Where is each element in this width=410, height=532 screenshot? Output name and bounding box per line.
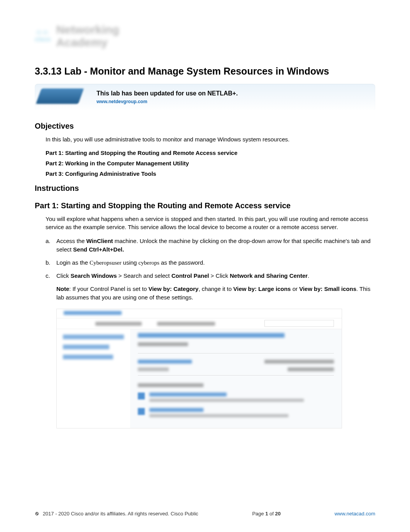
copyright-text: 2017 - 2020 Cisco and/or its affiliates.… (43, 511, 198, 517)
note-bold3: View by: Small icons (299, 286, 356, 292)
window-titlebar (57, 309, 342, 318)
step-b-user: Cyberopsuser (90, 260, 122, 266)
objectives-intro: In this lab, you will use administrative… (46, 135, 375, 144)
step-c-mid2: Click (216, 272, 230, 279)
step-a-letter: a. (46, 237, 51, 245)
page-total: 20 (275, 511, 280, 517)
network-icon (138, 393, 145, 399)
part1-intro: You will explore what happens when a ser… (46, 215, 375, 232)
part1-heading: Part 1: Starting and Stopping the Routin… (35, 201, 375, 210)
instructions-heading: Instructions (35, 184, 375, 193)
step-c-arrow1: > (117, 272, 124, 279)
step-c-bold1: Search Windows (71, 272, 117, 279)
note-block: Note: If your Control Panel is set to Vi… (56, 285, 375, 302)
step-b-letter: b. (46, 258, 51, 267)
step-a-bold2: Send Ctrl+Alt+Del. (73, 246, 124, 253)
step-b: b. Login as the Cyberopsuser using cyber… (46, 258, 375, 267)
troubleshoot-icon (138, 408, 145, 415)
step-b-pass: cyberops (139, 260, 159, 266)
cisco-mark-icon: ·ılı·ılı·cisco (35, 29, 51, 43)
note-pre: : If your Control Panel is set to (69, 286, 148, 292)
step-c-bold2: Control Panel (171, 272, 209, 279)
note-mid2: or (291, 286, 299, 292)
step-c: c. Click Search Windows > Search and sel… (46, 272, 375, 280)
note-label: Note (56, 286, 69, 292)
footer-copyright: 🛇 2017 - 2020 Cisco and/or its affiliate… (35, 511, 198, 517)
note-bold1: View by: Category (148, 286, 198, 292)
page-footer: 🛇 2017 - 2020 Cisco and/or its affiliate… (35, 511, 375, 517)
step-c-pre: Click (56, 272, 71, 279)
step-b-pre: Login as the (56, 259, 90, 266)
netlab-logo-icon (39, 88, 89, 106)
netlab-banner: This lab has been updated for use on NET… (35, 84, 375, 111)
copyright-icon: 🛇 (35, 512, 39, 516)
steps-list: a. Access the WinClient machine. Unlock … (46, 237, 375, 280)
step-c-post: . (308, 272, 309, 279)
main-content (130, 329, 342, 428)
page-of: of (268, 511, 275, 517)
brand-line1: Networking (56, 23, 119, 36)
window-toolbar (57, 318, 342, 329)
part2-label: Part 2: Working in the Computer Manageme… (46, 160, 375, 167)
step-c-mid1: Search and select (124, 272, 171, 279)
step-b-mid: using (121, 259, 138, 266)
page-label: Page (252, 511, 265, 517)
part3-label: Part 3: Configuring Administrative Tools (46, 170, 375, 177)
brand-line2: Academy (56, 36, 107, 49)
document-title: 3.3.13 Lab - Monitor and Manage System R… (35, 66, 375, 77)
step-b-post: as the password. (159, 259, 205, 266)
part1-label: Part 1: Starting and Stopping the Routin… (46, 150, 375, 156)
step-c-bold3: Network and Sharing Center (230, 272, 308, 279)
step-a: a. Access the WinClient machine. Unlock … (46, 237, 375, 254)
netlab-heading: This lab has been updated for use on NET… (97, 90, 368, 97)
objectives-heading: Objectives (35, 122, 375, 131)
step-c-letter: c. (46, 272, 50, 280)
control-panel-screenshot (56, 309, 342, 428)
brand-logo: ·ılı·ılı·cisco Networking Academy (35, 23, 158, 58)
page-number: Page 1 of 20 (252, 511, 281, 517)
note-bold2: View by: Large icons (233, 286, 291, 292)
search-box (264, 320, 334, 327)
step-a-bold1: WinClient (86, 238, 113, 244)
footer-url[interactable]: www.netacad.com (334, 511, 375, 517)
step-a-pre: Access the (56, 238, 86, 244)
step-c-arrow2: > (209, 272, 215, 279)
netlab-link[interactable]: www.netdevgroup.com (97, 99, 147, 104)
note-mid1: , change it to (198, 286, 233, 292)
sidebar (57, 329, 130, 428)
